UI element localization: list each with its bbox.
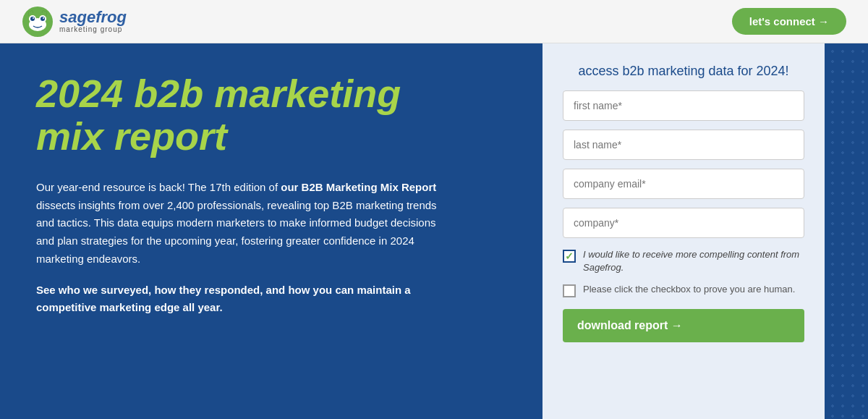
content-checkbox-label: I would like to receive more compelling …: [583, 248, 804, 274]
logo-subtitle: marketing group: [59, 25, 127, 33]
report-title: 2024 b2b marketing mix report: [36, 72, 506, 158]
logo-text: sagefrog marketing group: [59, 9, 127, 33]
svg-point-5: [41, 17, 45, 21]
connect-button[interactable]: let's connect →: [732, 8, 846, 35]
logo: sagefrog marketing group: [22, 6, 127, 38]
logo-name: sagefrog: [59, 9, 127, 25]
svg-point-4: [30, 17, 35, 21]
first-name-input[interactable]: [563, 90, 804, 121]
content-checkbox[interactable]: ✓: [563, 250, 576, 263]
svg-point-7: [43, 17, 44, 19]
logo-icon: [22, 6, 54, 38]
site-header: sagefrog marketing group let's connect →: [0, 0, 868, 43]
report-description: Our year-end resource is back! The 17th …: [36, 179, 456, 268]
svg-point-6: [33, 17, 34, 19]
download-report-button[interactable]: download report →: [563, 309, 804, 342]
last-name-input[interactable]: [563, 130, 804, 160]
captcha-area: Please click the checkbox to prove you a…: [563, 283, 804, 297]
report-cta: See who we surveyed, how they responded,…: [36, 282, 456, 318]
email-input[interactable]: [563, 169, 804, 199]
captcha-label: Please click the checkbox to prove you a…: [583, 283, 795, 296]
main-content: 2024 b2b marketing mix report Our year-e…: [0, 43, 868, 419]
captcha-checkbox[interactable]: [563, 284, 576, 297]
form-title: access b2b marketing data for 2024!: [563, 64, 804, 79]
left-panel: 2024 b2b marketing mix report Our year-e…: [0, 43, 542, 419]
content-checkbox-area: ✓ I would like to receive more compellin…: [563, 248, 804, 274]
signup-form: access b2b marketing data for 2024! ✓ I …: [542, 43, 825, 419]
dot-pattern-decoration: [825, 43, 868, 419]
company-input[interactable]: [563, 208, 804, 238]
